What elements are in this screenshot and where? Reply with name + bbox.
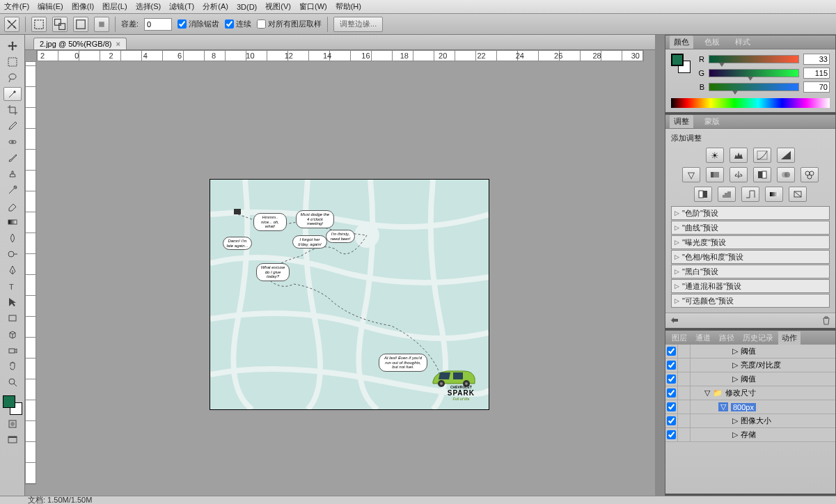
menu-window[interactable]: 窗口(W): [299, 1, 327, 12]
current-tool-icon[interactable]: [4, 17, 19, 32]
preset-hue-sat[interactable]: ▷"色相/饱和度"预设: [671, 250, 830, 264]
action-toggle[interactable]: [667, 347, 676, 356]
3d-camera-tool[interactable]: [3, 343, 22, 357]
gradient-tool[interactable]: [3, 215, 22, 229]
action-toggle[interactable]: [667, 430, 676, 439]
menu-view[interactable]: 视图(V): [265, 1, 291, 12]
all-layers-checkbox[interactable]: 对所有图层取样: [257, 19, 322, 29]
color-swatches[interactable]: [3, 395, 22, 415]
document-canvas[interactable]: Hmmm.. nice... oh, what! Must dodge the …: [210, 180, 489, 409]
r-slider[interactable]: [709, 55, 799, 63]
close-tab-icon[interactable]: ×: [116, 40, 120, 48]
menu-3d[interactable]: 3D(D): [237, 3, 257, 11]
invert-icon[interactable]: [694, 187, 712, 202]
color-balance-icon[interactable]: [729, 167, 748, 182]
adjustments-tab[interactable]: 调整: [670, 115, 693, 128]
preset-selective-color[interactable]: ▷"可选颜色"预设: [671, 294, 830, 308]
document-tab[interactable]: 2.jpg @ 50%(RGB/8) ×: [33, 38, 127, 49]
color-spectrum[interactable]: [671, 98, 830, 108]
rectangle-tool[interactable]: [3, 311, 22, 325]
pen-tool[interactable]: [3, 263, 22, 277]
preset-curves[interactable]: ▷"曲线"预设: [671, 221, 830, 235]
b-slider[interactable]: [709, 83, 799, 91]
action-toggle[interactable]: [667, 388, 676, 397]
horizontal-ruler[interactable]: 2024681012141618202224262830: [36, 50, 644, 61]
channels-tab[interactable]: 通道: [692, 331, 714, 345]
color-tab[interactable]: 颜色: [670, 36, 693, 49]
selection-new-icon[interactable]: [31, 17, 47, 32]
hand-tool[interactable]: [3, 359, 22, 373]
action-toggle[interactable]: [667, 375, 676, 384]
antialias-checkbox[interactable]: 消除锯齿: [178, 19, 219, 29]
foreground-color-swatch[interactable]: [3, 395, 15, 408]
dodge-tool[interactable]: [3, 247, 22, 261]
lasso-tool[interactable]: [3, 71, 22, 85]
hue-sat-icon[interactable]: [706, 167, 724, 182]
quick-mask-toggle[interactable]: [3, 417, 22, 431]
marquee-tool[interactable]: [3, 55, 22, 69]
menu-help[interactable]: 帮助(H): [336, 1, 361, 12]
curves-icon[interactable]: [753, 148, 771, 163]
action-set-row[interactable]: ▽📁修改尺寸: [665, 386, 835, 400]
preset-bw[interactable]: ▷"黑白"预设: [671, 265, 830, 278]
g-slider[interactable]: [709, 69, 799, 77]
contiguous-checkbox[interactable]: 连续: [225, 19, 251, 29]
action-row[interactable]: ▷存储: [665, 428, 835, 442]
action-row[interactable]: ▷图像大小: [665, 414, 835, 428]
action-row[interactable]: ▷阈值: [665, 345, 835, 359]
actions-tab[interactable]: 动作: [778, 331, 800, 345]
gradient-map-icon[interactable]: [765, 187, 783, 202]
panel-fg-swatch[interactable]: [671, 54, 684, 66]
action-row[interactable]: ▷阈值: [665, 372, 835, 386]
adjustment-return-icon[interactable]: [670, 315, 679, 326]
eyedropper-tool[interactable]: [3, 119, 22, 133]
selection-add-icon[interactable]: [52, 17, 68, 32]
swatches-tab[interactable]: 色板: [700, 36, 724, 49]
threshold-icon[interactable]: [741, 187, 759, 202]
action-toggle[interactable]: [667, 402, 676, 411]
action-toggle[interactable]: [667, 361, 676, 370]
crop-tool[interactable]: [3, 103, 22, 117]
selection-subtract-icon[interactable]: [73, 17, 88, 32]
black-white-icon[interactable]: [753, 167, 771, 182]
preset-channel-mixer[interactable]: ▷"通道混和器"预设: [671, 279, 830, 293]
canvas-viewport[interactable]: Hmmm.. nice... oh, what! Must dodge the …: [36, 61, 644, 485]
selection-intersect-icon[interactable]: [94, 17, 109, 32]
move-tool[interactable]: [3, 39, 22, 53]
healing-brush-tool[interactable]: [3, 135, 22, 149]
clone-stamp-tool[interactable]: [3, 167, 22, 181]
history-tab[interactable]: 历史记录: [739, 331, 777, 345]
menu-image[interactable]: 图像(I): [72, 1, 94, 12]
channel-mixer-icon[interactable]: [800, 167, 819, 182]
selective-color-icon[interactable]: [789, 187, 807, 202]
3d-tool[interactable]: [3, 327, 22, 341]
action-toggle[interactable]: [667, 416, 676, 425]
action-row-selected[interactable]: ▽800px: [665, 400, 835, 414]
r-input[interactable]: [803, 54, 830, 65]
g-input[interactable]: [803, 68, 830, 79]
menu-edit[interactable]: 编辑(E): [38, 1, 63, 12]
brush-tool[interactable]: [3, 151, 22, 165]
styles-tab[interactable]: 样式: [731, 36, 755, 49]
exposure-icon[interactable]: [777, 148, 795, 163]
blur-tool[interactable]: [3, 231, 22, 245]
paths-tab[interactable]: 路径: [716, 331, 738, 345]
screen-mode-toggle[interactable]: [3, 433, 22, 447]
menu-filter[interactable]: 滤镜(T): [169, 1, 194, 12]
type-tool[interactable]: T: [3, 279, 22, 293]
preset-levels[interactable]: ▷"色阶"预设: [671, 206, 830, 220]
eraser-tool[interactable]: [3, 199, 22, 213]
vertical-ruler[interactable]: [25, 61, 36, 485]
layers-tab[interactable]: 图层: [668, 331, 691, 345]
b-input[interactable]: [803, 81, 830, 93]
adjustment-trash-icon[interactable]: [821, 315, 831, 326]
vibrance-icon[interactable]: ▽: [682, 167, 700, 182]
brightness-contrast-icon[interactable]: ☀: [706, 148, 724, 163]
photo-filter-icon[interactable]: [777, 167, 795, 182]
zoom-tool[interactable]: [3, 375, 22, 389]
magic-wand-tool[interactable]: [3, 87, 22, 101]
refine-edge-button[interactable]: 调整边缘...: [333, 17, 383, 32]
menu-file[interactable]: 文件(F): [4, 1, 29, 12]
menu-select[interactable]: 选择(S): [136, 1, 161, 12]
tolerance-input[interactable]: [144, 18, 172, 31]
